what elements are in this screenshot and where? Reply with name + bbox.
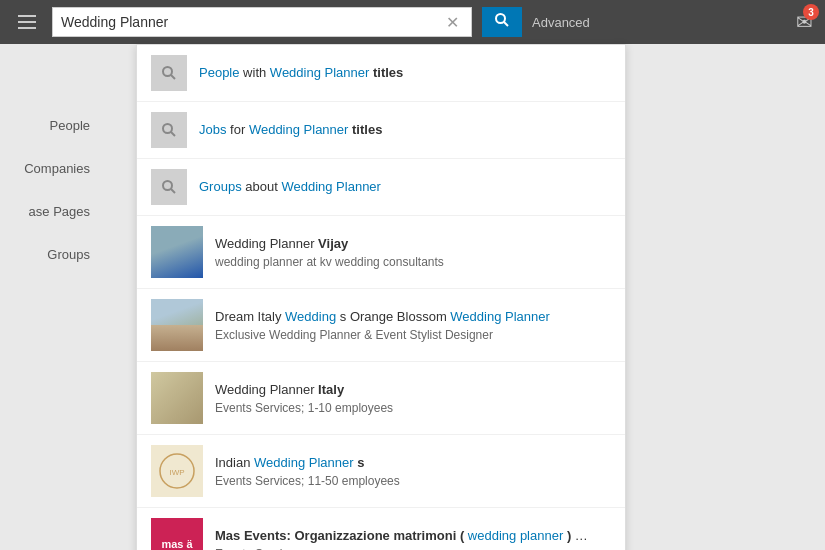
suggestion-text-jobs-titles: Jobs for Wedding Planner titles (199, 121, 611, 139)
avatar-vijay (151, 226, 203, 278)
search-icon-people (151, 55, 187, 91)
suggestion-wp-italy[interactable]: Wedding Planner Italy Events Services; 1… (137, 362, 625, 435)
hamburger-button[interactable] (12, 11, 42, 33)
suggestion-people-titles[interactable]: People with Wedding Planner titles (137, 45, 625, 102)
search-box: ✕ (52, 7, 472, 37)
sidebar-item-groups[interactable]: Groups (0, 233, 100, 276)
suggestion-title-wp-italy: Wedding Planner Italy (215, 381, 611, 399)
suggestion-groups-about[interactable]: Groups about Wedding Planner (137, 159, 625, 216)
svg-line-7 (171, 189, 175, 193)
search-clear-icon[interactable]: ✕ (442, 13, 463, 32)
svg-line-5 (171, 132, 175, 136)
jobs-label: Jobs (199, 122, 226, 137)
suggestion-dream-italy[interactable]: Dream Italy Wedding s Orange Blossom Wed… (137, 289, 625, 362)
sidebar: People Companies ase Pages Groups (0, 44, 100, 550)
suggestion-indian-wp[interactable]: IWP Indian Wedding Planner s Events Serv… (137, 435, 625, 508)
avatar-mas-events: mas ä (151, 518, 203, 550)
svg-point-0 (496, 14, 505, 23)
suggestion-text-dream-italy: Dream Italy Wedding s Orange Blossom Wed… (215, 308, 611, 342)
suggestion-text-vijay: Wedding Planner Vijay wedding planner at… (215, 235, 611, 269)
sidebar-item-companies[interactable]: Companies (0, 147, 100, 190)
search-button[interactable] (482, 7, 522, 37)
suggestion-text-wp-italy: Wedding Planner Italy Events Services; 1… (215, 381, 611, 415)
suggestion-sub-indian-wp: Events Services; 11-50 employees (215, 474, 611, 488)
suggestion-text-people-titles: People with Wedding Planner titles (199, 64, 611, 82)
advanced-link[interactable]: Advanced (532, 15, 590, 30)
svg-line-3 (171, 75, 175, 79)
svg-text:IWP: IWP (169, 468, 184, 477)
suggestion-text-indian-wp: Indian Wedding Planner s Events Services… (215, 454, 611, 488)
suggestions-panel: People with Wedding Planner titles Jobs … (136, 44, 626, 550)
mail-button[interactable]: ✉ 3 (796, 10, 813, 34)
avatar-indian-wp: IWP (151, 445, 203, 497)
suggestion-title-dream-italy: Dream Italy Wedding s Orange Blossom Wed… (215, 308, 611, 326)
svg-point-2 (163, 67, 172, 76)
svg-point-4 (163, 124, 172, 133)
suggestion-text-mas-events: Mas Events: Organizzazione matrimoni ( w… (215, 527, 611, 550)
search-input[interactable] (61, 14, 442, 30)
suggestion-sub-vijay: wedding planner at kv wedding consultant… (215, 255, 611, 269)
search-icon (494, 12, 510, 32)
suggestion-sub-wp-italy: Events Services; 1-10 employees (215, 401, 611, 415)
suggestion-vijay[interactable]: Wedding Planner Vijay wedding planner at… (137, 216, 625, 289)
suggestion-mas-events[interactable]: mas ä Mas Events: Organizzazione matrimo… (137, 508, 625, 550)
avatar-wp-italy (151, 372, 203, 424)
main-area: People Companies ase Pages Groups People… (0, 44, 825, 550)
suggestion-jobs-titles[interactable]: Jobs for Wedding Planner titles (137, 102, 625, 159)
svg-point-6 (163, 181, 172, 190)
svg-line-1 (504, 22, 508, 26)
suggestion-text-groups-about: Groups about Wedding Planner (199, 178, 611, 196)
search-icon-groups (151, 169, 187, 205)
suggestion-title-groups-about: Groups about Wedding Planner (199, 179, 381, 194)
top-bar: ✕ Advanced ✉ 3 (0, 0, 825, 44)
suggestion-title-jobs-titles: Jobs for Wedding Planner titles (199, 122, 382, 137)
suggestion-title-people-titles: People with Wedding Planner titles (199, 65, 403, 80)
sidebar-item-showcase-pages[interactable]: ase Pages (0, 190, 100, 233)
people-label: People (199, 65, 239, 80)
query-label-1: Wedding Planner (270, 65, 370, 80)
query-label-3: Wedding Planner (281, 179, 381, 194)
suggestion-title-vijay: Wedding Planner Vijay (215, 235, 611, 253)
mail-badge: 3 (803, 4, 819, 20)
suggestion-sub-dream-italy: Exclusive Wedding Planner & Event Stylis… (215, 328, 611, 342)
sidebar-item-people[interactable]: People (0, 104, 100, 147)
groups-label: Groups (199, 179, 242, 194)
suggestion-title-indian-wp: Indian Wedding Planner s (215, 454, 611, 472)
suggestion-title-mas-events: Mas Events: Organizzazione matrimoni ( w… (215, 527, 595, 545)
avatar-dream-italy (151, 299, 203, 351)
search-icon-jobs (151, 112, 187, 148)
query-label-2: Wedding Planner (249, 122, 349, 137)
